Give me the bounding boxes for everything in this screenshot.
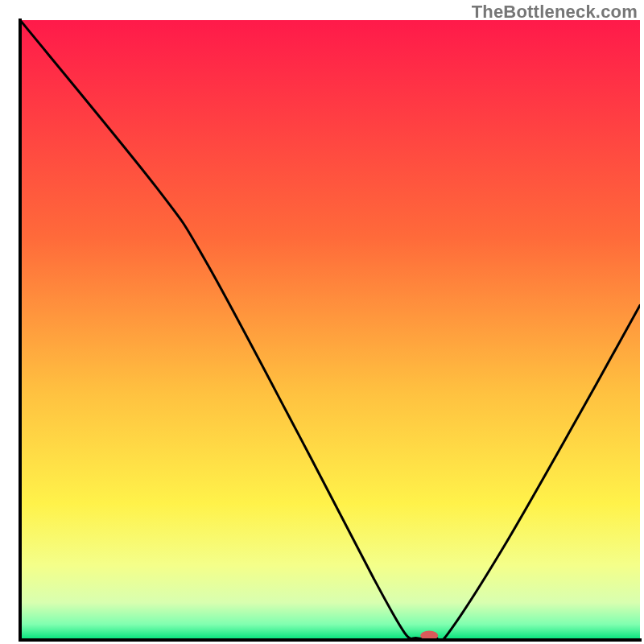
plot-background <box>20 20 640 640</box>
chart-container: TheBottleneck.com <box>0 0 644 644</box>
bottleneck-chart <box>0 0 644 644</box>
watermark-text: TheBottleneck.com <box>472 2 638 23</box>
